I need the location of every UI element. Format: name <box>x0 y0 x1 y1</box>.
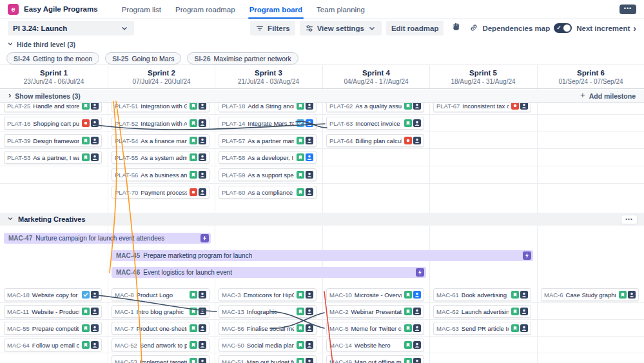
assignee-avatar <box>306 137 313 144</box>
issue-card-plat-63[interactable]: PLAT-63Incorrect invoice g... <box>326 117 424 130</box>
issue-card-plat-70[interactable]: PLAT-70Payment processin... <box>112 186 210 199</box>
edit-roadmap-button[interactable]: Edit roadmap <box>386 21 444 35</box>
sliders-icon <box>305 24 314 33</box>
hide-third-level-toggle[interactable]: Hide third level (3) <box>6 39 75 50</box>
issue-card-plat-16[interactable]: PLAT-16Shopping cart purc... <box>4 117 102 130</box>
pi-selector[interactable]: PI 3.24: Launch <box>8 21 134 35</box>
milestones-bar: Show milestones (3) Add milestone <box>0 90 644 103</box>
tab-program-board[interactable]: Program board <box>242 0 309 19</box>
issue-card-mac-14[interactable]: MAC-14Website hero <box>326 338 424 351</box>
issue-card-plat-52[interactable]: PLAT-52Integration with Ap... <box>112 117 210 130</box>
issue-card-plat-57[interactable]: PLAT-57As a partner mana... <box>219 134 317 147</box>
issue-card-plat-64[interactable]: PLAT-64Billing plan calculat... <box>326 134 424 147</box>
issue-card-plat-39[interactable]: PLAT-39Design framework <box>4 134 102 147</box>
issue-key: MAC-51 <box>222 358 244 363</box>
issue-key: PLAT-57 <box>222 137 245 144</box>
issue-card-mac-63[interactable]: MAC-63Send PR article to ... <box>433 322 531 335</box>
sprint-name: Sprint 4 <box>362 69 390 77</box>
issue-summary: As a finance mana... <box>141 137 187 144</box>
tab-team-planning[interactable]: Team planning <box>309 0 372 19</box>
issue-card-plat-60[interactable]: PLAT-60As a compliance of... <box>219 186 317 199</box>
issue-card-mac-64[interactable]: MAC-64Follow up email ca... <box>4 338 102 351</box>
tab-program-list[interactable]: Program list <box>115 0 168 19</box>
card-icons <box>82 308 99 315</box>
story-icon <box>190 153 197 161</box>
story-icon <box>404 358 412 363</box>
issue-key: MAC-61 <box>436 291 459 299</box>
show-milestones-toggle[interactable]: Show milestones (3) <box>8 92 81 100</box>
sprint-column-header-4: Sprint 404/Aug/24 - 17/Aug/24 <box>322 65 430 88</box>
issue-card-mac-50[interactable]: MAC-50Social media plan <box>219 338 317 351</box>
team-section-more-button[interactable] <box>621 215 638 224</box>
dependencies-toggle[interactable]: ✓ <box>554 23 572 33</box>
sprint-dates: 23/Jun/24 - 06/Jul/24 <box>24 78 84 85</box>
assignee-avatar <box>199 137 206 144</box>
epic-bar-mac-47[interactable]: MAC-47Nurture campaign for launch event … <box>4 233 211 244</box>
issue-card-mac-11[interactable]: MAC-11Website - Product P... <box>4 305 102 318</box>
issue-card-mac-53[interactable]: MAC-53Implement targetin... <box>112 355 210 363</box>
sprint-name: Sprint 2 <box>148 69 175 77</box>
epic-bar-mac-45[interactable]: MAC-45Prepare marketing program for laun… <box>112 250 533 261</box>
feature-chip-si-24[interactable]: SI-24Getting to the moon <box>6 52 99 64</box>
assignee-avatar <box>199 291 206 299</box>
sprint-name: Sprint 3 <box>255 69 282 77</box>
tab-program-roadmap[interactable]: Program roadmap <box>168 0 242 19</box>
card-icons <box>404 308 421 315</box>
issue-card-mac-7[interactable]: MAC-7Product one-sheeter <box>112 322 210 335</box>
row-divider <box>0 183 644 184</box>
issue-card-mac-62[interactable]: MAC-62Launch advertising ... <box>433 305 531 318</box>
story-icon <box>511 291 519 299</box>
issue-card-mac-13[interactable]: MAC-13Infographic <box>219 305 317 318</box>
issue-card-mac-52[interactable]: MAC-52Send artwork to pri... <box>112 338 210 351</box>
issue-key: PLAT-59 <box>222 172 245 179</box>
issue-card-mac-1[interactable]: MAC-1Intro blog graphic <box>112 305 210 318</box>
card-icons <box>82 153 99 161</box>
story-icon <box>190 358 197 363</box>
sprint-column-header-6: Sprint 601/Sep/24 - 07/Sep/24 <box>537 65 644 88</box>
issue-card-mac-56[interactable]: MAC-56Finalise social medi... <box>219 322 317 335</box>
card-icons <box>190 119 206 127</box>
assignee-avatar <box>199 119 206 127</box>
assignee-avatar <box>91 153 99 161</box>
issue-card-mac-51[interactable]: MAC-51Map out budget for... <box>219 355 317 363</box>
view-settings-button[interactable]: View settings <box>300 21 382 35</box>
issue-card-plat-56[interactable]: PLAT-56As a business anal... <box>112 168 210 181</box>
card-icons <box>82 341 99 349</box>
issue-key: MAC-6 <box>544 291 563 299</box>
feature-chip-si-26[interactable]: SI-26Maximise partner network <box>187 52 298 64</box>
feature-chip-si-25[interactable]: SI-25Going to Mars <box>105 52 181 64</box>
issue-card-plat-14[interactable]: PLAT-14Integrate Mars Tax ... <box>219 117 317 130</box>
sprint-header: Sprint 123/Jun/24 - 06/Jul/24Sprint 207/… <box>0 64 644 89</box>
issue-card-mac-2[interactable]: MAC-2Webinar Presentation <box>326 305 424 318</box>
issue-card-plat-58[interactable]: PLAT-58As a developer, I w... <box>219 151 317 164</box>
issue-card-mac-61[interactable]: MAC-61Book advertising sp... <box>433 288 531 301</box>
row-divider <box>0 353 644 353</box>
conflicts-icon-button[interactable] <box>448 22 465 34</box>
team-section-header[interactable]: Marketing Creatives <box>0 213 644 226</box>
epic-key: MAC-46 <box>116 269 140 276</box>
story-icon <box>82 137 90 144</box>
issue-key: MAC-2 <box>329 308 349 315</box>
issue-card-mac-55[interactable]: MAC-55Prepare competitio... <box>4 322 102 335</box>
issue-card-mac-3[interactable]: MAC-3Emoticons for HipChat <box>219 288 317 301</box>
issue-card-mac-8[interactable]: MAC-8Product Logo <box>112 288 210 301</box>
next-increment-button[interactable]: Next increment <box>576 25 636 32</box>
issue-summary: Meme for Twitter ca... <box>351 325 402 332</box>
issue-card-mac-18[interactable]: MAC-18Website copy for th... <box>4 288 102 301</box>
issue-card-mac-10[interactable]: MAC-10Microsite - Overvie... <box>326 288 424 301</box>
issue-summary: Website hero <box>355 342 402 349</box>
issue-key: PLAT-25 <box>7 103 30 110</box>
dependencies-map-label: Dependencies map <box>482 25 550 32</box>
card-icons <box>190 137 206 144</box>
more-options-button[interactable] <box>620 5 636 14</box>
issue-card-plat-54[interactable]: PLAT-54As a finance mana... <box>112 134 210 147</box>
add-milestone-button[interactable]: Add milestone <box>580 92 636 100</box>
issue-card-plat-55[interactable]: PLAT-55As a system admini... <box>112 151 210 164</box>
epic-bar-mac-46[interactable]: MAC-46Event logistics for launch event <box>112 267 426 278</box>
issue-card-plat-53[interactable]: PLAT-53As a partner, I want... <box>4 151 102 164</box>
issue-card-mac-49[interactable]: MAC-49Map out offline mar... <box>326 355 424 363</box>
issue-card-plat-59[interactable]: PLAT-59As a support speci... <box>219 168 317 181</box>
issue-card-mac-5[interactable]: MAC-5Meme for Twitter ca... <box>326 322 424 335</box>
filters-button[interactable]: Filters <box>250 21 295 35</box>
issue-card-mac-6[interactable]: MAC-6Case Study graphics <box>541 288 639 301</box>
